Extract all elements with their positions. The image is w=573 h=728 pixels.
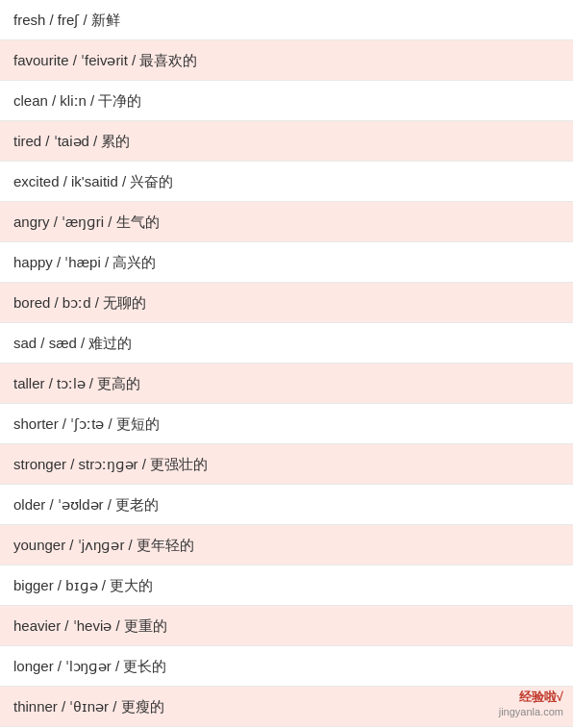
- vocab-entry: thinner / ˈθɪnər / 更瘦的: [13, 696, 164, 716]
- vocab-entry: sad / sæd / 难过的: [13, 333, 132, 353]
- table-row: thinner / ˈθɪnər / 更瘦的: [0, 687, 573, 727]
- watermark-line2: jingyanla.com: [499, 706, 563, 717]
- vocab-entry: heavier / ˈheviə / 更重的: [13, 615, 167, 636]
- vocab-entry: longer / ˈlɔŋɡər / 更长的: [13, 656, 166, 676]
- table-row: fresh / freʃ / 新鲜: [0, 0, 573, 40]
- vocab-entry: fresh / freʃ / 新鲜: [13, 10, 120, 30]
- table-row: sad / sæd / 难过的: [0, 323, 573, 364]
- vocab-entry: stronger / strɔːŋɡər / 更强壮的: [13, 454, 208, 474]
- vocab-entry: angry / ˈæŋɡri / 生气的: [13, 212, 160, 232]
- table-row: younger / ˈjʌŋɡər / 更年轻的: [0, 525, 573, 565]
- table-row: bored / bɔːd / 无聊的: [0, 283, 573, 323]
- watermark-line1: 经验啦√: [499, 689, 563, 706]
- vocab-entry: happy / ˈhæpi / 高兴的: [13, 252, 156, 272]
- table-row: happy / ˈhæpi / 高兴的: [0, 242, 573, 283]
- watermark: 经验啦√ jingyanla.com: [499, 689, 563, 717]
- vocab-entry: bigger / bɪɡə / 更大的: [13, 575, 153, 595]
- table-row: bigger / bɪɡə / 更大的: [0, 565, 573, 606]
- vocab-entry: tired / ˈtaiəd / 累的: [13, 131, 130, 151]
- vocab-entry: younger / ˈjʌŋɡər / 更年轻的: [13, 535, 194, 555]
- vocab-table: fresh / freʃ / 新鲜favourite / ˈfeivərit /…: [0, 0, 573, 727]
- vocab-entry: taller / tɔːlə / 更高的: [13, 373, 140, 393]
- table-row: older / ˈəʊldər / 更老的: [0, 485, 573, 525]
- table-row: excited / ik'saitid / 兴奋的: [0, 162, 573, 202]
- table-row: clean / kliːn / 干净的: [0, 81, 573, 121]
- vocab-entry: shorter / ˈʃɔːtə / 更短的: [13, 414, 160, 434]
- table-row: stronger / strɔːŋɡər / 更强壮的: [0, 444, 573, 485]
- vocab-entry: bored / bɔːd / 无聊的: [13, 292, 146, 313]
- table-row: tired / ˈtaiəd / 累的: [0, 121, 573, 162]
- table-row: heavier / ˈheviə / 更重的: [0, 606, 573, 646]
- table-row: longer / ˈlɔŋɡər / 更长的: [0, 646, 573, 687]
- table-row: favourite / ˈfeivərit / 最喜欢的: [0, 40, 573, 81]
- vocab-entry: clean / kliːn / 干净的: [13, 90, 141, 111]
- table-row: angry / ˈæŋɡri / 生气的: [0, 202, 573, 242]
- vocab-entry: favourite / ˈfeivərit / 最喜欢的: [13, 50, 197, 70]
- vocab-entry: excited / ik'saitid / 兴奋的: [13, 171, 173, 191]
- table-row: taller / tɔːlə / 更高的: [0, 364, 573, 404]
- vocab-entry: older / ˈəʊldər / 更老的: [13, 494, 159, 515]
- page-container: fresh / freʃ / 新鲜favourite / ˈfeivərit /…: [0, 0, 573, 727]
- table-row: shorter / ˈʃɔːtə / 更短的: [0, 404, 573, 444]
